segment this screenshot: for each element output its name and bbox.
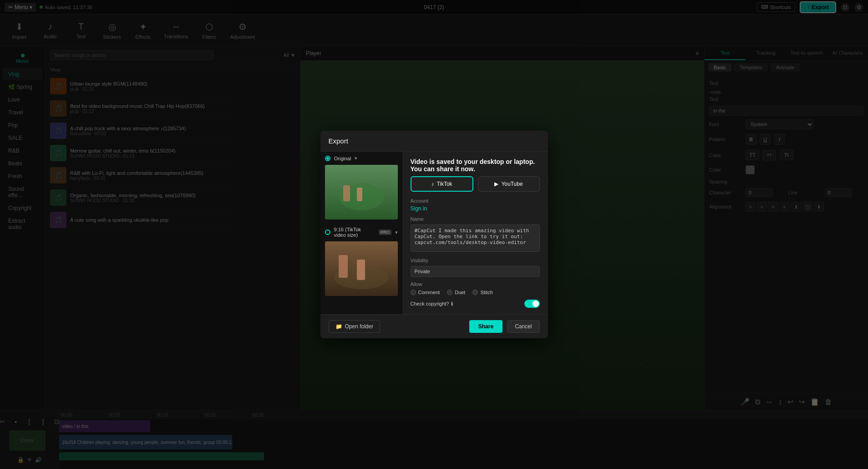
modal-header: Export	[320, 131, 548, 152]
svg-rect-11	[357, 260, 365, 280]
modal-footer-actions: Share Cancel	[469, 320, 540, 333]
duet-checkbox[interactable]	[447, 290, 452, 295]
stitch-checkbox[interactable]	[472, 290, 478, 295]
preview-label-916: 9:16 (TikTok video size)	[334, 227, 373, 238]
modal-overlay: Export Original ▾	[0, 0, 868, 469]
preview-thumb-916	[325, 241, 398, 296]
sign-in-link[interactable]: Sign in	[411, 205, 427, 212]
tiktok-badge: PRO	[379, 229, 391, 235]
original-arrow: ▾	[355, 155, 357, 161]
youtube-icon: ▶	[494, 181, 498, 187]
radio-original[interactable]	[325, 156, 330, 161]
svg-rect-7	[357, 188, 362, 201]
comment-checkbox[interactable]	[411, 290, 416, 295]
modal-saved-message: Video is saved to your desktop or laptop…	[411, 158, 540, 173]
cancel-button[interactable]: Cancel	[507, 320, 539, 333]
modal-preview-column: Original ▾	[320, 152, 402, 314]
allow-comment[interactable]: Comment	[411, 290, 440, 295]
svg-rect-10	[339, 255, 348, 278]
svg-rect-6	[343, 185, 350, 201]
tiktok-arrow: ▾	[395, 229, 398, 235]
preview-svg-original	[325, 165, 398, 219]
allow-stitch[interactable]: Stitch	[472, 290, 493, 295]
youtube-share-button[interactable]: ▶ YouTube	[478, 176, 540, 192]
visibility-label: Visibility	[411, 258, 540, 263]
radio-916[interactable]	[325, 229, 330, 235]
allow-duet[interactable]: Duet	[447, 290, 465, 295]
preview-option-original[interactable]: Original ▾	[320, 152, 402, 165]
modal-footer: 📁 Open folder Share Cancel	[320, 314, 548, 338]
open-folder-button[interactable]: 📁 Open folder	[329, 320, 381, 333]
modal-right-content: Video is saved to your desktop or laptop…	[402, 152, 548, 314]
account-label: Account	[411, 198, 540, 204]
info-icon[interactable]: ℹ	[451, 301, 453, 307]
copyright-row: Check copyright? ℹ	[411, 300, 540, 308]
preview-svg-916	[325, 241, 398, 296]
export-modal: Export Original ▾	[320, 131, 548, 338]
share-platform-buttons: ♪ TikTok ▶ YouTube	[411, 176, 540, 192]
tiktok-icon: ♪	[431, 181, 434, 187]
preview-thumb-original	[325, 165, 398, 219]
folder-icon: 📁	[335, 323, 342, 330]
preview-option-916[interactable]: 9:16 (TikTok video size) PRO ▾	[320, 223, 402, 241]
allow-label: Allow	[411, 281, 540, 287]
preview-label-original: Original	[334, 156, 351, 161]
copyright-toggle[interactable]	[524, 300, 540, 308]
modal-body: Original ▾	[320, 152, 548, 314]
name-label: Name	[411, 216, 540, 222]
tiktok-share-button[interactable]: ♪ TikTok	[411, 176, 473, 192]
copyright-text: Check copyright? ℹ	[411, 301, 453, 307]
visibility-select[interactable]: Private Public Friends	[411, 266, 540, 277]
share-button[interactable]: Share	[469, 320, 503, 333]
name-textarea[interactable]: #CapCut I made this amazing video with C…	[411, 224, 540, 252]
allow-options: Comment Duet Stitch	[411, 290, 540, 295]
